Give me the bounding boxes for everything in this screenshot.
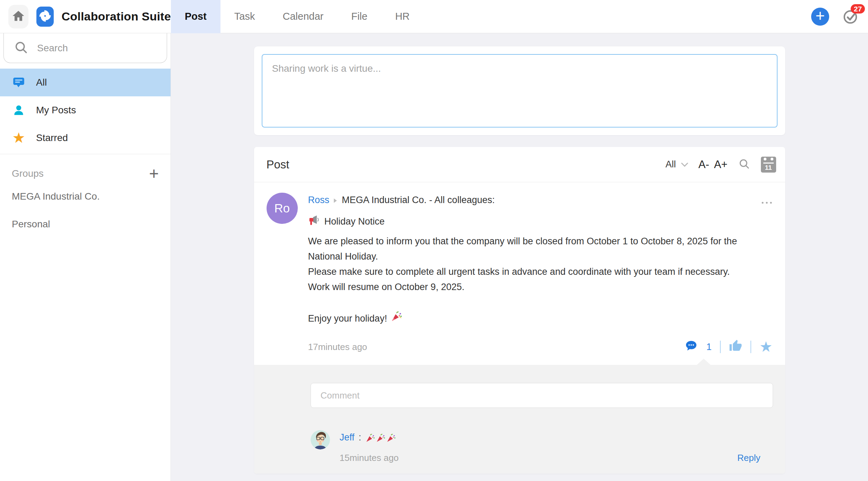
group-item-mega-industrial[interactable]: MEGA Industrial Co. bbox=[0, 183, 171, 210]
post-composer-input[interactable] bbox=[262, 54, 778, 128]
comment-timestamp: 15minutes ago bbox=[340, 453, 399, 463]
thumbs-up-icon[interactable] bbox=[729, 339, 742, 355]
top-header: Collaboration Suite Post Task Calendar F… bbox=[0, 0, 868, 33]
post-filter-dropdown[interactable]: All bbox=[666, 159, 688, 170]
tab-file[interactable]: File bbox=[337, 0, 381, 33]
comments-pointer bbox=[697, 359, 711, 365]
add-button[interactable]: + bbox=[811, 8, 829, 26]
search-icon bbox=[14, 40, 29, 56]
sidebar-item-my-posts[interactable]: My Posts bbox=[0, 96, 171, 124]
comment-section: Jeff : 🎉🎉🎉 bbox=[254, 365, 785, 474]
sidebar-nav: All My Posts ★ Starred bbox=[0, 69, 171, 152]
font-increase-button[interactable]: A+ bbox=[714, 158, 728, 171]
post-actions: 1 ★ bbox=[684, 339, 773, 355]
panel-controls: All A- A+ bbox=[666, 157, 776, 173]
comment-input[interactable] bbox=[311, 383, 773, 408]
breadcrumb-arrow-icon bbox=[334, 195, 337, 205]
sidebar: All My Posts ★ Starred Groups + MEGA Ind… bbox=[0, 33, 171, 481]
calendar-ring bbox=[771, 158, 773, 160]
star-icon: ★ bbox=[11, 131, 26, 145]
filter-value: All bbox=[666, 159, 676, 170]
tasks-notification-button[interactable]: 27 bbox=[842, 9, 858, 25]
sidebar-item-all[interactable]: All bbox=[0, 69, 171, 96]
comment-bubble-icon[interactable] bbox=[684, 339, 698, 355]
avatar[interactable] bbox=[311, 430, 330, 449]
post-composer-card bbox=[254, 46, 785, 135]
comment-author-link[interactable]: Jeff bbox=[340, 432, 355, 443]
post-body-closing-line: Enjoy your holiday! 🎉 bbox=[308, 310, 773, 327]
party-popper-icon bbox=[386, 432, 397, 443]
reply-button[interactable]: Reply bbox=[737, 453, 773, 463]
post-panel-header: Post All A- A+ bbox=[254, 147, 785, 182]
post-timestamp: 17minutes ago bbox=[308, 342, 367, 352]
post-menu-button[interactable] bbox=[761, 196, 773, 207]
font-size-controls: A- A+ bbox=[698, 158, 728, 171]
check-circle-icon bbox=[842, 20, 858, 26]
party-popper-icon bbox=[376, 432, 386, 443]
sidebar-item-label: My Posts bbox=[36, 105, 76, 116]
sidebar-item-starred[interactable]: ★ Starred bbox=[0, 124, 171, 152]
comment-meta: 15minutes ago Reply bbox=[340, 453, 773, 463]
sidebar-item-label: All bbox=[36, 77, 47, 88]
app-logo[interactable] bbox=[36, 7, 53, 27]
panel-title: Post bbox=[267, 158, 289, 171]
comment-emojis bbox=[365, 432, 397, 443]
main-content: Post All A- A+ bbox=[171, 33, 868, 481]
post-content: Ross MEGA Industrial Co. - All colleague… bbox=[308, 193, 773, 357]
font-decrease-button[interactable]: A- bbox=[698, 158, 709, 171]
post-footer: 17minutes ago 1 bbox=[308, 337, 773, 357]
group-item-personal[interactable]: Personal bbox=[0, 210, 171, 238]
calendar-line bbox=[763, 163, 774, 164]
sidebar-search[interactable] bbox=[3, 33, 167, 63]
comment-item: Jeff : 🎉🎉🎉 bbox=[311, 430, 773, 463]
comment-separator: : bbox=[359, 432, 362, 443]
person-icon bbox=[11, 103, 26, 117]
megaphone-icon bbox=[308, 215, 320, 229]
comment-count[interactable]: 1 bbox=[706, 342, 712, 352]
home-button[interactable] bbox=[8, 5, 28, 28]
calendar-ring bbox=[764, 158, 766, 160]
header-brand: Collaboration Suite bbox=[0, 5, 171, 28]
tab-task[interactable]: Task bbox=[220, 0, 269, 33]
post-author-row: Ross MEGA Industrial Co. - All colleague… bbox=[308, 195, 773, 205]
post-audience: MEGA Industrial Co. - All colleagues: bbox=[342, 195, 495, 205]
app-title: Collaboration Suite bbox=[62, 10, 171, 23]
post-body-line: Please make sure to complete all urgent … bbox=[308, 264, 773, 279]
calendar-day: 11 bbox=[761, 164, 776, 172]
tab-post[interactable]: Post bbox=[171, 0, 220, 33]
post-body: We are pleased to inform you that the co… bbox=[308, 234, 773, 327]
post-subject: Holiday Notice bbox=[324, 216, 385, 227]
home-icon bbox=[11, 9, 25, 24]
post-body-line: We are pleased to inform you that the co… bbox=[308, 234, 773, 264]
calendar-icon[interactable]: 11 bbox=[761, 157, 776, 173]
header-actions: + 27 bbox=[811, 8, 868, 26]
groups-label: Groups bbox=[12, 168, 44, 179]
post-author-link[interactable]: Ross bbox=[308, 195, 330, 205]
sidebar-divider bbox=[0, 154, 171, 154]
comment-main: Jeff : 🎉🎉🎉 bbox=[340, 430, 773, 463]
divider bbox=[720, 341, 721, 353]
post-body-line bbox=[308, 295, 773, 310]
party-popper-icon bbox=[365, 432, 376, 443]
chevron-down-icon bbox=[681, 159, 688, 170]
panel-search-icon[interactable] bbox=[738, 158, 750, 172]
post-body-line: Work will resume on October 9, 2025. bbox=[308, 279, 773, 295]
star-post-icon[interactable]: ★ bbox=[760, 340, 773, 354]
party-popper-icon bbox=[391, 310, 403, 327]
divider bbox=[750, 341, 751, 353]
tab-calendar[interactable]: Calendar bbox=[269, 0, 337, 33]
post-panel: Post All A- A+ bbox=[254, 147, 785, 474]
pinwheel-icon bbox=[38, 9, 52, 25]
main-tabs: Post Task Calendar File HR bbox=[171, 0, 424, 33]
sidebar-item-label: Starred bbox=[36, 132, 68, 143]
post-subject-row: 📢 Holiday Notice bbox=[308, 215, 773, 229]
chat-bubble-icon bbox=[11, 75, 26, 90]
groups-header: Groups + bbox=[0, 165, 171, 183]
avatar[interactable]: Ro bbox=[267, 193, 298, 224]
notification-badge: 27 bbox=[851, 4, 865, 14]
search-input[interactable] bbox=[37, 43, 141, 54]
tab-hr[interactable]: HR bbox=[381, 0, 424, 33]
add-group-button[interactable]: + bbox=[149, 167, 159, 180]
post-item: Ro Ross MEGA Industrial Co. - All collea… bbox=[254, 182, 785, 357]
comment-head: Jeff : 🎉🎉🎉 bbox=[340, 432, 773, 443]
